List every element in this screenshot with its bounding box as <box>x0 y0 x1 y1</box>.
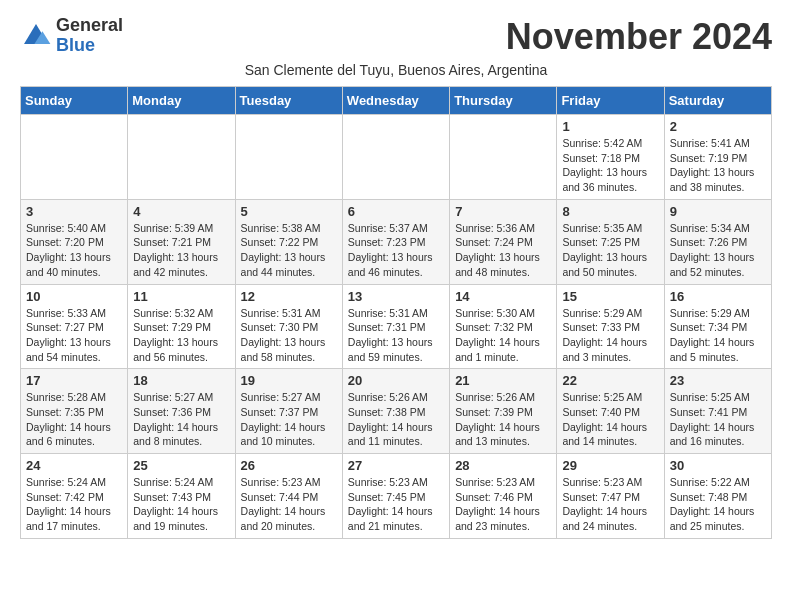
cell-info: Sunrise: 5:39 AM Sunset: 7:21 PM Dayligh… <box>133 221 229 280</box>
cell-info: Sunrise: 5:31 AM Sunset: 7:31 PM Dayligh… <box>348 306 444 365</box>
calendar-week-row: 10Sunrise: 5:33 AM Sunset: 7:27 PM Dayli… <box>21 284 772 369</box>
calendar-week-row: 24Sunrise: 5:24 AM Sunset: 7:42 PM Dayli… <box>21 454 772 539</box>
calendar-cell: 4Sunrise: 5:39 AM Sunset: 7:21 PM Daylig… <box>128 199 235 284</box>
calendar-cell: 13Sunrise: 5:31 AM Sunset: 7:31 PM Dayli… <box>342 284 449 369</box>
cell-info: Sunrise: 5:24 AM Sunset: 7:42 PM Dayligh… <box>26 475 122 534</box>
cell-info: Sunrise: 5:37 AM Sunset: 7:23 PM Dayligh… <box>348 221 444 280</box>
cell-info: Sunrise: 5:41 AM Sunset: 7:19 PM Dayligh… <box>670 136 766 195</box>
weekday-header: Tuesday <box>235 87 342 115</box>
cell-info: Sunrise: 5:27 AM Sunset: 7:36 PM Dayligh… <box>133 390 229 449</box>
weekday-header: Friday <box>557 87 664 115</box>
day-number: 15 <box>562 289 658 304</box>
cell-info: Sunrise: 5:29 AM Sunset: 7:33 PM Dayligh… <box>562 306 658 365</box>
day-number: 2 <box>670 119 766 134</box>
calendar-week-row: 17Sunrise: 5:28 AM Sunset: 7:35 PM Dayli… <box>21 369 772 454</box>
page-header: General Blue November 2024 <box>20 16 772 58</box>
day-number: 5 <box>241 204 337 219</box>
calendar-cell: 18Sunrise: 5:27 AM Sunset: 7:36 PM Dayli… <box>128 369 235 454</box>
calendar-cell: 16Sunrise: 5:29 AM Sunset: 7:34 PM Dayli… <box>664 284 771 369</box>
day-number: 8 <box>562 204 658 219</box>
day-number: 7 <box>455 204 551 219</box>
cell-info: Sunrise: 5:30 AM Sunset: 7:32 PM Dayligh… <box>455 306 551 365</box>
calendar-cell: 12Sunrise: 5:31 AM Sunset: 7:30 PM Dayli… <box>235 284 342 369</box>
calendar-cell: 8Sunrise: 5:35 AM Sunset: 7:25 PM Daylig… <box>557 199 664 284</box>
day-number: 23 <box>670 373 766 388</box>
day-number: 20 <box>348 373 444 388</box>
cell-info: Sunrise: 5:23 AM Sunset: 7:45 PM Dayligh… <box>348 475 444 534</box>
calendar-table: SundayMondayTuesdayWednesdayThursdayFrid… <box>20 86 772 539</box>
calendar-cell: 25Sunrise: 5:24 AM Sunset: 7:43 PM Dayli… <box>128 454 235 539</box>
calendar-cell: 28Sunrise: 5:23 AM Sunset: 7:46 PM Dayli… <box>450 454 557 539</box>
calendar-cell: 26Sunrise: 5:23 AM Sunset: 7:44 PM Dayli… <box>235 454 342 539</box>
calendar-cell: 20Sunrise: 5:26 AM Sunset: 7:38 PM Dayli… <box>342 369 449 454</box>
calendar-cell <box>235 115 342 200</box>
day-number: 21 <box>455 373 551 388</box>
calendar-week-row: 1Sunrise: 5:42 AM Sunset: 7:18 PM Daylig… <box>21 115 772 200</box>
calendar-cell <box>21 115 128 200</box>
cell-info: Sunrise: 5:23 AM Sunset: 7:44 PM Dayligh… <box>241 475 337 534</box>
calendar-cell: 1Sunrise: 5:42 AM Sunset: 7:18 PM Daylig… <box>557 115 664 200</box>
calendar-cell <box>342 115 449 200</box>
cell-info: Sunrise: 5:31 AM Sunset: 7:30 PM Dayligh… <box>241 306 337 365</box>
calendar-cell: 6Sunrise: 5:37 AM Sunset: 7:23 PM Daylig… <box>342 199 449 284</box>
day-number: 9 <box>670 204 766 219</box>
location-subtitle: San Clemente del Tuyu, Buenos Aires, Arg… <box>20 62 772 78</box>
day-number: 28 <box>455 458 551 473</box>
day-number: 13 <box>348 289 444 304</box>
cell-info: Sunrise: 5:32 AM Sunset: 7:29 PM Dayligh… <box>133 306 229 365</box>
weekday-header: Wednesday <box>342 87 449 115</box>
day-number: 11 <box>133 289 229 304</box>
day-number: 1 <box>562 119 658 134</box>
cell-info: Sunrise: 5:40 AM Sunset: 7:20 PM Dayligh… <box>26 221 122 280</box>
calendar-cell: 29Sunrise: 5:23 AM Sunset: 7:47 PM Dayli… <box>557 454 664 539</box>
calendar-cell: 7Sunrise: 5:36 AM Sunset: 7:24 PM Daylig… <box>450 199 557 284</box>
day-number: 26 <box>241 458 337 473</box>
weekday-header-row: SundayMondayTuesdayWednesdayThursdayFrid… <box>21 87 772 115</box>
cell-info: Sunrise: 5:25 AM Sunset: 7:41 PM Dayligh… <box>670 390 766 449</box>
cell-info: Sunrise: 5:26 AM Sunset: 7:39 PM Dayligh… <box>455 390 551 449</box>
weekday-header: Thursday <box>450 87 557 115</box>
logo-general: General <box>56 16 123 36</box>
logo-blue: Blue <box>56 36 123 56</box>
cell-info: Sunrise: 5:25 AM Sunset: 7:40 PM Dayligh… <box>562 390 658 449</box>
calendar-cell: 24Sunrise: 5:24 AM Sunset: 7:42 PM Dayli… <box>21 454 128 539</box>
cell-info: Sunrise: 5:38 AM Sunset: 7:22 PM Dayligh… <box>241 221 337 280</box>
calendar-cell: 11Sunrise: 5:32 AM Sunset: 7:29 PM Dayli… <box>128 284 235 369</box>
day-number: 14 <box>455 289 551 304</box>
calendar-cell: 17Sunrise: 5:28 AM Sunset: 7:35 PM Dayli… <box>21 369 128 454</box>
cell-info: Sunrise: 5:33 AM Sunset: 7:27 PM Dayligh… <box>26 306 122 365</box>
logo-text: General Blue <box>56 16 123 56</box>
month-title: November 2024 <box>506 16 772 58</box>
calendar-cell <box>450 115 557 200</box>
calendar-cell: 15Sunrise: 5:29 AM Sunset: 7:33 PM Dayli… <box>557 284 664 369</box>
calendar-cell: 19Sunrise: 5:27 AM Sunset: 7:37 PM Dayli… <box>235 369 342 454</box>
logo-icon <box>20 20 52 52</box>
day-number: 30 <box>670 458 766 473</box>
cell-info: Sunrise: 5:23 AM Sunset: 7:47 PM Dayligh… <box>562 475 658 534</box>
day-number: 4 <box>133 204 229 219</box>
day-number: 29 <box>562 458 658 473</box>
cell-info: Sunrise: 5:35 AM Sunset: 7:25 PM Dayligh… <box>562 221 658 280</box>
calendar-cell: 3Sunrise: 5:40 AM Sunset: 7:20 PM Daylig… <box>21 199 128 284</box>
day-number: 22 <box>562 373 658 388</box>
cell-info: Sunrise: 5:29 AM Sunset: 7:34 PM Dayligh… <box>670 306 766 365</box>
weekday-header: Sunday <box>21 87 128 115</box>
calendar-header: SundayMondayTuesdayWednesdayThursdayFrid… <box>21 87 772 115</box>
calendar-cell: 10Sunrise: 5:33 AM Sunset: 7:27 PM Dayli… <box>21 284 128 369</box>
weekday-header: Monday <box>128 87 235 115</box>
day-number: 25 <box>133 458 229 473</box>
day-number: 6 <box>348 204 444 219</box>
cell-info: Sunrise: 5:24 AM Sunset: 7:43 PM Dayligh… <box>133 475 229 534</box>
calendar-cell: 30Sunrise: 5:22 AM Sunset: 7:48 PM Dayli… <box>664 454 771 539</box>
cell-info: Sunrise: 5:27 AM Sunset: 7:37 PM Dayligh… <box>241 390 337 449</box>
calendar-body: 1Sunrise: 5:42 AM Sunset: 7:18 PM Daylig… <box>21 115 772 539</box>
calendar-cell <box>128 115 235 200</box>
calendar-cell: 2Sunrise: 5:41 AM Sunset: 7:19 PM Daylig… <box>664 115 771 200</box>
day-number: 17 <box>26 373 122 388</box>
calendar-cell: 14Sunrise: 5:30 AM Sunset: 7:32 PM Dayli… <box>450 284 557 369</box>
cell-info: Sunrise: 5:28 AM Sunset: 7:35 PM Dayligh… <box>26 390 122 449</box>
calendar-cell: 21Sunrise: 5:26 AM Sunset: 7:39 PM Dayli… <box>450 369 557 454</box>
weekday-header: Saturday <box>664 87 771 115</box>
logo: General Blue <box>20 16 123 56</box>
calendar-cell: 22Sunrise: 5:25 AM Sunset: 7:40 PM Dayli… <box>557 369 664 454</box>
